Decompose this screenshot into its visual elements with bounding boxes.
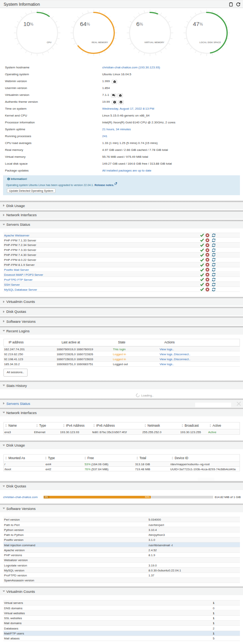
svg-text:REAL MEMORY: REAL MEMORY [91, 41, 108, 44]
svg-text:VIRTUAL MEMORY: VIRTUAL MEMORY [144, 41, 164, 44]
svg-text:LOCAL DISK SPACE: LOCAL DISK SPACE [199, 41, 221, 44]
svg-text:CPU: CPU [47, 41, 51, 44]
